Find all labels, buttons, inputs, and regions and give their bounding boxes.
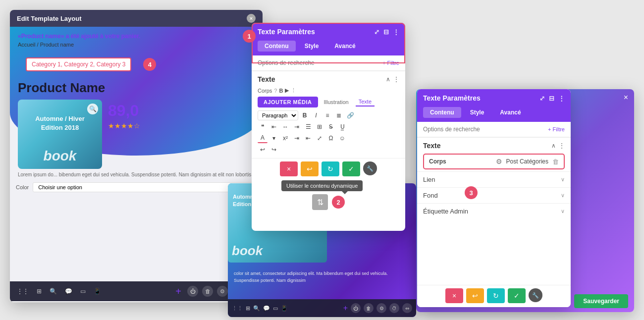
panel-right-columns-icon[interactable]: ⊟ bbox=[549, 95, 554, 102]
cancel-button[interactable]: × bbox=[280, 161, 298, 176]
toolbar-tablet-icon[interactable]: ▭ bbox=[78, 286, 88, 297]
toolbar-trash-icon[interactable]: 🗑 bbox=[202, 286, 213, 297]
tab-right-avance[interactable]: Avancé bbox=[493, 107, 528, 118]
fmt-ul[interactable]: ≡ bbox=[322, 110, 332, 120]
fmt-align-right[interactable]: ⇥ bbox=[292, 122, 302, 132]
toolbar-chat-icon[interactable]: 💬 bbox=[63, 286, 74, 297]
confirm-button[interactable]: ✓ bbox=[342, 161, 360, 176]
fmt-italic[interactable]: I bbox=[311, 110, 321, 120]
add-media-button[interactable]: AJOUTER MÉDIA bbox=[258, 97, 318, 107]
triangle-icon[interactable]: ▶ bbox=[285, 87, 289, 94]
toolbar-phone-icon[interactable]: 📱 bbox=[92, 286, 103, 297]
panel-right-search-input[interactable] bbox=[423, 126, 545, 133]
tab-contenu[interactable]: Contenu bbox=[258, 41, 296, 52]
fmt-redo2[interactable]: ↪ bbox=[269, 145, 279, 155]
second-toolbar-trash[interactable]: 🗑 bbox=[364, 303, 374, 313]
second-toolbar-phone[interactable]: 📱 bbox=[281, 305, 288, 312]
panel-right-redo-button[interactable]: ↻ bbox=[487, 288, 505, 303]
second-toolbar-gear[interactable]: ⚙ bbox=[376, 303, 386, 313]
tab-illustration[interactable]: Illustration bbox=[321, 98, 352, 106]
toolbar-grid-icon[interactable]: ⊞ bbox=[35, 286, 44, 297]
format-select[interactable]: Paragraph bbox=[258, 110, 298, 120]
sauvegarder-button[interactable]: Sauvegarder bbox=[574, 294, 628, 308]
toolbar-power-icon[interactable]: ⏻ bbox=[187, 286, 198, 297]
fmt-superscript[interactable]: x² bbox=[280, 133, 290, 143]
fmt-align-center[interactable]: ↔ bbox=[280, 122, 290, 132]
fmt-chevron[interactable]: ▾ bbox=[269, 133, 279, 143]
trash-icon[interactable]: 🗑 bbox=[552, 158, 559, 165]
panel-right-cancel-button[interactable]: × bbox=[445, 288, 463, 303]
bold-icon[interactable]: B bbox=[279, 88, 283, 94]
redo-button[interactable]: ↻ bbox=[322, 161, 339, 176]
window-right-close[interactable]: × bbox=[624, 93, 628, 102]
search-icon[interactable]: 🔍 bbox=[87, 104, 98, 114]
fmt-ol[interactable]: ≣ bbox=[334, 110, 344, 120]
fmt-fullscreen[interactable]: ⤢ bbox=[315, 133, 324, 143]
fmt-link[interactable]: 🔗 bbox=[345, 110, 355, 120]
panel-right-chevron-up[interactable]: ∧ bbox=[551, 142, 556, 149]
fmt-emoji[interactable]: ☺ bbox=[337, 133, 347, 143]
text-toolbar: Corps ? B ▶ ⋮ AJOUTER MÉDIA Illustration… bbox=[252, 85, 405, 158]
panel-right-undo-button[interactable]: ↩ bbox=[466, 288, 484, 303]
more-icon[interactable]: ⋮ bbox=[291, 87, 296, 94]
help-icon[interactable]: ? bbox=[274, 88, 277, 94]
second-toolbar-power[interactable]: ⏻ bbox=[351, 303, 361, 313]
fond-row[interactable]: Fond ∨ bbox=[417, 187, 571, 203]
tab-right-style[interactable]: Style bbox=[463, 107, 491, 118]
panel-icon-expand[interactable]: ⤢ bbox=[374, 28, 379, 36]
fmt-quote[interactable]: ❝ bbox=[258, 122, 268, 132]
fmt-table[interactable]: ⊞ bbox=[315, 122, 324, 132]
gear-icon[interactable]: ⚙ bbox=[496, 158, 502, 165]
window-content: «Product name» a été ajouté à votre pani… bbox=[10, 27, 263, 301]
section-chevron-up[interactable]: ∧ bbox=[386, 76, 390, 83]
color-label: Color bbox=[16, 184, 29, 190]
fmt-strike[interactable]: S̶ bbox=[326, 122, 336, 132]
section-dots-icon[interactable]: ⋮ bbox=[393, 76, 399, 83]
lien-chevron-icon: ∨ bbox=[561, 176, 565, 183]
window-close-button[interactable]: × bbox=[247, 14, 256, 23]
fmt-omega[interactable]: Ω bbox=[326, 133, 336, 143]
undo-button[interactable]: ↩ bbox=[301, 161, 319, 176]
second-toolbar-clock[interactable]: ⏱ bbox=[389, 303, 399, 313]
fmt-align-left[interactable]: ⇤ bbox=[269, 122, 279, 132]
toolbar-add-icon[interactable]: + bbox=[173, 284, 183, 299]
filter-button[interactable]: + Filtre bbox=[382, 60, 399, 66]
second-toolbar-grid[interactable]: ⊞ bbox=[246, 305, 250, 312]
second-toolbar-expand[interactable]: ⇔ bbox=[402, 303, 412, 313]
panel-right-wrench-icon[interactable]: 🔧 bbox=[529, 288, 542, 302]
wrench-icon[interactable]: 🔧 bbox=[363, 161, 377, 175]
fmt-outdent[interactable]: ⇤ bbox=[303, 133, 313, 143]
lien-row[interactable]: Lien ∨ bbox=[417, 171, 571, 187]
panel-right-more-icon[interactable]: ⋮ bbox=[558, 95, 565, 102]
tab-avance[interactable]: Avancé bbox=[327, 41, 362, 52]
fmt-color[interactable]: A bbox=[258, 133, 268, 143]
post-categories-label: Post Catégories bbox=[506, 158, 548, 165]
tab-style[interactable]: Style bbox=[298, 41, 326, 52]
second-toolbar-menu[interactable]: ⋮⋮ bbox=[232, 305, 243, 312]
panel-icon-columns[interactable]: ⊟ bbox=[383, 28, 389, 36]
panel-icon-more[interactable]: ⋮ bbox=[393, 28, 399, 36]
toolbar-menu-icon[interactable]: ⋮⋮ bbox=[15, 286, 31, 297]
second-toolbar-search[interactable]: 🔍 bbox=[253, 305, 260, 312]
toolbar-gear-icon[interactable]: ⚙ bbox=[217, 286, 228, 297]
panel-right-header: Texte Paramètres ⤢ ⊟ ⋮ bbox=[417, 89, 571, 107]
panel-right-filter-btn[interactable]: + Filtre bbox=[548, 126, 565, 132]
panel-right-dots-icon[interactable]: ⋮ bbox=[559, 142, 565, 149]
search-input[interactable] bbox=[258, 59, 379, 66]
tab-texte[interactable]: Texte bbox=[356, 98, 375, 107]
fmt-indent[interactable]: ⇥ bbox=[292, 133, 302, 143]
second-toolbar-chat[interactable]: 💬 bbox=[263, 305, 270, 312]
toolbar-search-icon[interactable]: 🔍 bbox=[48, 286, 59, 297]
fmt-underline[interactable]: U̲ bbox=[337, 122, 347, 132]
fmt-align-justify[interactable]: ☰ bbox=[303, 122, 313, 132]
panel-right-expand-icon[interactable]: ⤢ bbox=[539, 95, 545, 102]
second-toolbar-add[interactable]: + bbox=[343, 304, 348, 313]
panel-right-confirm-button[interactable]: ✓ bbox=[508, 288, 526, 303]
etiquette-row[interactable]: Étiquette Admin ∨ bbox=[417, 203, 571, 219]
fmt-bold[interactable]: B bbox=[300, 110, 310, 120]
tab-right-contenu[interactable]: Contenu bbox=[423, 107, 461, 118]
dynamic-icon[interactable]: ⇅ bbox=[312, 194, 328, 210]
option-select[interactable]: Choisir une option bbox=[33, 182, 257, 192]
second-toolbar-tablet[interactable]: ▭ bbox=[273, 305, 278, 312]
fmt-undo2[interactable]: ↩ bbox=[258, 145, 268, 155]
